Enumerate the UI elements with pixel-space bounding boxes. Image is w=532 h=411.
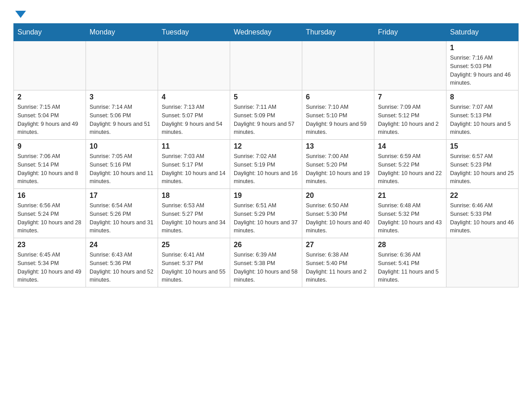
day-number: 24: [90, 241, 154, 249]
calendar-cell: 22Sunrise: 6:46 AMSunset: 5:33 PMDayligh…: [446, 189, 519, 238]
weekday-header-wednesday: Wednesday: [230, 24, 302, 41]
calendar-cell: 28Sunrise: 6:36 AMSunset: 5:41 PMDayligh…: [374, 238, 446, 287]
calendar-cell: 4Sunrise: 7:13 AMSunset: 5:07 PMDaylight…: [158, 90, 230, 140]
day-info: Sunrise: 6:56 AMSunset: 5:24 PMDaylight:…: [17, 201, 82, 235]
day-info: Sunrise: 6:38 AMSunset: 5:40 PMDaylight:…: [306, 251, 370, 284]
day-number: 7: [378, 93, 442, 101]
day-info: Sunrise: 7:15 AMSunset: 5:04 PMDaylight:…: [17, 103, 82, 137]
day-info: Sunrise: 6:43 AMSunset: 5:36 PMDaylight:…: [90, 251, 154, 284]
day-info: Sunrise: 6:36 AMSunset: 5:41 PMDaylight:…: [378, 251, 442, 284]
day-number: 9: [17, 142, 82, 150]
day-number: 23: [17, 241, 82, 249]
calendar-week-row: 9Sunrise: 7:06 AMSunset: 5:14 PMDaylight…: [14, 140, 519, 189]
day-info: Sunrise: 7:10 AMSunset: 5:10 PMDaylight:…: [306, 103, 370, 137]
calendar-week-row: 2Sunrise: 7:15 AMSunset: 5:04 PMDaylight…: [14, 90, 519, 140]
day-number: 5: [234, 93, 298, 101]
calendar-cell: 8Sunrise: 7:07 AMSunset: 5:13 PMDaylight…: [446, 90, 519, 140]
day-info: Sunrise: 7:05 AMSunset: 5:16 PMDaylight:…: [90, 152, 154, 186]
calendar-cell: 15Sunrise: 6:57 AMSunset: 5:23 PMDayligh…: [446, 140, 519, 189]
calendar-cell: [446, 238, 519, 287]
calendar-cell: 18Sunrise: 6:53 AMSunset: 5:27 PMDayligh…: [158, 189, 230, 238]
calendar-cell: 13Sunrise: 7:00 AMSunset: 5:20 PMDayligh…: [302, 140, 374, 189]
day-number: 13: [306, 142, 370, 150]
logo: [13, 9, 26, 18]
calendar-cell: 24Sunrise: 6:43 AMSunset: 5:36 PMDayligh…: [86, 238, 158, 287]
day-info: Sunrise: 6:51 AMSunset: 5:29 PMDaylight:…: [234, 201, 298, 235]
calendar-cell: 11Sunrise: 7:03 AMSunset: 5:17 PMDayligh…: [158, 140, 230, 189]
day-number: 28: [378, 241, 442, 249]
calendar-cell: 27Sunrise: 6:38 AMSunset: 5:40 PMDayligh…: [302, 238, 374, 287]
calendar-cell: 25Sunrise: 6:41 AMSunset: 5:37 PMDayligh…: [158, 238, 230, 287]
day-info: Sunrise: 6:53 AMSunset: 5:27 PMDaylight:…: [162, 201, 226, 235]
day-info: Sunrise: 6:48 AMSunset: 5:32 PMDaylight:…: [378, 201, 442, 235]
calendar-week-row: 23Sunrise: 6:45 AMSunset: 5:34 PMDayligh…: [14, 238, 519, 287]
day-number: 16: [17, 192, 82, 200]
day-info: Sunrise: 7:06 AMSunset: 5:14 PMDaylight:…: [17, 152, 82, 186]
calendar-cell: [230, 41, 302, 90]
calendar-cell: 20Sunrise: 6:50 AMSunset: 5:30 PMDayligh…: [302, 189, 374, 238]
calendar-cell: 9Sunrise: 7:06 AMSunset: 5:14 PMDaylight…: [14, 140, 86, 189]
calendar-week-row: 16Sunrise: 6:56 AMSunset: 5:24 PMDayligh…: [14, 189, 519, 238]
day-info: Sunrise: 7:11 AMSunset: 5:09 PMDaylight:…: [234, 103, 298, 137]
calendar-cell: 14Sunrise: 6:59 AMSunset: 5:22 PMDayligh…: [374, 140, 446, 189]
calendar-cell: 19Sunrise: 6:51 AMSunset: 5:29 PMDayligh…: [230, 189, 302, 238]
day-info: Sunrise: 7:16 AMSunset: 5:03 PMDaylight:…: [450, 54, 515, 87]
calendar-cell: [302, 41, 374, 90]
day-info: Sunrise: 6:39 AMSunset: 5:38 PMDaylight:…: [234, 251, 298, 284]
calendar-cell: [86, 41, 158, 90]
day-info: Sunrise: 6:59 AMSunset: 5:22 PMDaylight:…: [378, 152, 442, 186]
day-number: 2: [17, 93, 82, 101]
day-info: Sunrise: 6:46 AMSunset: 5:33 PMDaylight:…: [450, 201, 515, 235]
day-number: 6: [306, 93, 370, 101]
calendar-cell: 21Sunrise: 6:48 AMSunset: 5:32 PMDayligh…: [374, 189, 446, 238]
weekday-header-tuesday: Tuesday: [158, 24, 230, 41]
day-info: Sunrise: 6:50 AMSunset: 5:30 PMDaylight:…: [306, 201, 370, 235]
day-number: 8: [450, 93, 515, 101]
calendar-cell: 1Sunrise: 7:16 AMSunset: 5:03 PMDaylight…: [446, 41, 519, 90]
day-info: Sunrise: 7:07 AMSunset: 5:13 PMDaylight:…: [450, 103, 515, 137]
day-number: 1: [450, 44, 515, 52]
day-info: Sunrise: 7:00 AMSunset: 5:20 PMDaylight:…: [306, 152, 370, 186]
logo-arrow-icon: [15, 11, 26, 18]
day-number: 19: [234, 192, 298, 200]
day-number: 15: [450, 142, 515, 150]
day-info: Sunrise: 6:45 AMSunset: 5:34 PMDaylight:…: [17, 251, 82, 284]
day-info: Sunrise: 7:14 AMSunset: 5:06 PMDaylight:…: [90, 103, 154, 137]
day-number: 18: [162, 192, 226, 200]
calendar-cell: [158, 41, 230, 90]
calendar-table: SundayMondayTuesdayWednesdayThursdayFrid…: [13, 23, 519, 287]
calendar-cell: 6Sunrise: 7:10 AMSunset: 5:10 PMDaylight…: [302, 90, 374, 140]
day-number: 14: [378, 142, 442, 150]
day-info: Sunrise: 7:03 AMSunset: 5:17 PMDaylight:…: [162, 152, 226, 186]
page-header: [13, 9, 519, 18]
day-info: Sunrise: 7:13 AMSunset: 5:07 PMDaylight:…: [162, 103, 226, 137]
day-number: 25: [162, 241, 226, 249]
day-number: 17: [90, 192, 154, 200]
calendar-cell: 3Sunrise: 7:14 AMSunset: 5:06 PMDaylight…: [86, 90, 158, 140]
calendar-cell: [374, 41, 446, 90]
calendar-cell: 12Sunrise: 7:02 AMSunset: 5:19 PMDayligh…: [230, 140, 302, 189]
calendar-cell: 10Sunrise: 7:05 AMSunset: 5:16 PMDayligh…: [86, 140, 158, 189]
day-number: 4: [162, 93, 226, 101]
day-number: 21: [378, 192, 442, 200]
calendar-cell: [14, 41, 86, 90]
day-number: 3: [90, 93, 154, 101]
calendar-cell: 2Sunrise: 7:15 AMSunset: 5:04 PMDaylight…: [14, 90, 86, 140]
calendar-cell: 23Sunrise: 6:45 AMSunset: 5:34 PMDayligh…: [14, 238, 86, 287]
calendar-cell: 16Sunrise: 6:56 AMSunset: 5:24 PMDayligh…: [14, 189, 86, 238]
weekday-header-saturday: Saturday: [446, 24, 519, 41]
calendar-cell: 26Sunrise: 6:39 AMSunset: 5:38 PMDayligh…: [230, 238, 302, 287]
calendar-cell: 7Sunrise: 7:09 AMSunset: 5:12 PMDaylight…: [374, 90, 446, 140]
calendar-week-row: 1Sunrise: 7:16 AMSunset: 5:03 PMDaylight…: [14, 41, 519, 90]
weekday-header-thursday: Thursday: [302, 24, 374, 41]
day-info: Sunrise: 7:02 AMSunset: 5:19 PMDaylight:…: [234, 152, 298, 186]
day-info: Sunrise: 7:09 AMSunset: 5:12 PMDaylight:…: [378, 103, 442, 137]
day-number: 26: [234, 241, 298, 249]
calendar-cell: 17Sunrise: 6:54 AMSunset: 5:26 PMDayligh…: [86, 189, 158, 238]
day-number: 27: [306, 241, 370, 249]
day-number: 10: [90, 142, 154, 150]
weekday-header-friday: Friday: [374, 24, 446, 41]
day-number: 22: [450, 192, 515, 200]
weekday-header-sunday: Sunday: [14, 24, 86, 41]
day-info: Sunrise: 6:41 AMSunset: 5:37 PMDaylight:…: [162, 251, 226, 284]
